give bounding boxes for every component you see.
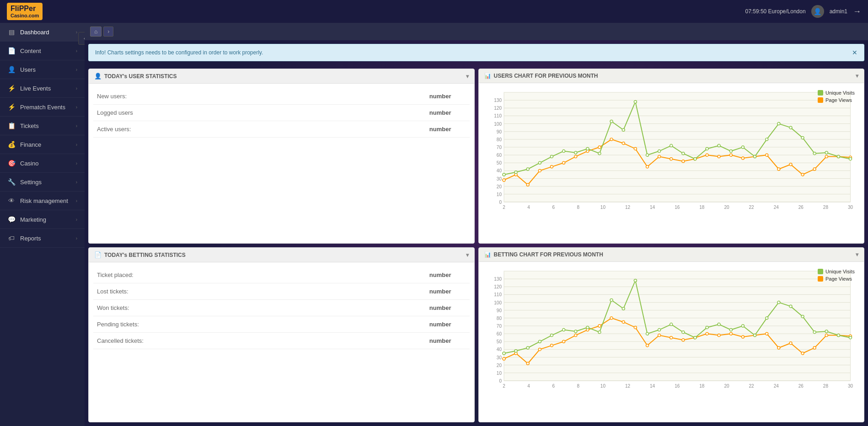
breadcrumb-next[interactable]: ›: [103, 27, 113, 37]
betting-stats-row: Cancelled tickets:number: [93, 333, 470, 349]
logout-button[interactable]: →: [853, 7, 861, 16]
betting-chart-header: 📊 BETTING CHART FOR PREVIOUS MONTH ▾: [479, 248, 864, 262]
legend-unique-visits-label: Unique Visits: [825, 90, 855, 96]
sidebar-item-settings[interactable]: 🔧 Settings ›: [0, 173, 85, 192]
users-chart-icon: 📊: [484, 73, 491, 79]
svg-text:26: 26: [798, 383, 804, 389]
info-text: Info! Charts settings needs to be config…: [95, 49, 263, 56]
breadcrumb-bar: ⌂ ›: [85, 23, 868, 40]
betting-legend-unique-visits-label: Unique Visits: [825, 269, 855, 274]
svg-text:6: 6: [552, 383, 555, 389]
nav-label-tickets: Tickets: [20, 122, 39, 129]
header-right: 07:59:50 Europe/London 👤 admin1 →: [745, 5, 861, 18]
sidebar-item-reports[interactable]: 🏷 Reports ›: [0, 229, 85, 248]
user-stats-value: number: [280, 105, 469, 121]
nav-arrow-casino: ›: [76, 161, 77, 166]
svg-point-89: [681, 152, 684, 155]
sidebar-item-tickets[interactable]: 📋 Tickets ›: [0, 117, 85, 135]
user-avatar: 👤: [811, 5, 824, 18]
svg-point-186: [598, 331, 600, 334]
svg-text:16: 16: [675, 205, 680, 210]
svg-text:8: 8: [577, 205, 579, 210]
betting-chart-svg: 0102030405060708090100110120130246810121…: [483, 266, 860, 394]
breadcrumb-home[interactable]: ⌂: [90, 27, 102, 37]
betting-stats-value: number: [301, 316, 469, 333]
nav-label-live-events: Live Events: [20, 85, 51, 92]
sidebar-item-prematch-events[interactable]: ⚡ Prematch Events ›: [0, 98, 85, 117]
svg-point-56: [646, 165, 648, 168]
user-stats-chevron[interactable]: ▾: [466, 73, 469, 80]
sidebar-item-live-events[interactable]: ⚡ Live Events ›: [0, 79, 85, 98]
svg-text:90: 90: [496, 129, 502, 134]
betting-stats-row: Won tickets:number: [93, 300, 470, 316]
svg-text:26: 26: [798, 205, 804, 210]
svg-text:50: 50: [496, 339, 502, 344]
user-stats-row: Logged usersnumber: [93, 105, 470, 121]
user-stats-label: Active users:: [93, 121, 280, 138]
svg-text:22: 22: [749, 383, 754, 389]
sidebar-item-finance[interactable]: 💰 Finance ›: [0, 135, 85, 154]
svg-text:6: 6: [552, 205, 555, 210]
nav-label-prematch-events: Prematch Events: [20, 104, 65, 111]
betting-stats-chevron[interactable]: ▾: [466, 252, 469, 258]
nav-arrow-settings: ›: [76, 180, 77, 185]
svg-point-62: [718, 155, 720, 158]
sidebar-item-content[interactable]: 📄 Content ›: [0, 42, 85, 60]
users-chart-chevron[interactable]: ▾: [856, 73, 858, 79]
betting-chart-panel: 📊 BETTING CHART FOR PREVIOUS MONTH ▾ Uni…: [478, 247, 865, 422]
betting-legend-unique-visits-dot: [818, 269, 823, 274]
sidebar-toggle[interactable]: ‹: [78, 32, 85, 45]
betting-stats-panel: 📄 TODAY's BETTING STATISTICS ▾ Ticket pl…: [88, 247, 475, 422]
sidebar-item-users[interactable]: 👤 Users ›: [0, 60, 85, 79]
svg-text:0: 0: [499, 200, 502, 205]
user-stats-value: number: [280, 121, 469, 138]
nav-label-content: Content: [20, 48, 41, 54]
svg-point-159: [634, 326, 637, 329]
svg-point-44: [502, 179, 505, 181]
svg-point-174: [813, 346, 816, 349]
svg-point-79: [562, 150, 565, 153]
svg-point-193: [681, 331, 684, 334]
info-banner-close[interactable]: ✕: [852, 49, 857, 56]
svg-point-163: [681, 339, 684, 341]
svg-text:2: 2: [503, 383, 505, 389]
sidebar-item-casino[interactable]: 🎯 Casino ›: [0, 154, 85, 173]
svg-text:28: 28: [823, 205, 828, 210]
nav-arrow-marketing: ›: [76, 217, 77, 222]
svg-point-153: [562, 340, 565, 343]
svg-point-80: [574, 151, 577, 154]
legend-page-views-label: Page Views: [825, 97, 852, 103]
nav-icon-live-events: ⚡: [7, 85, 16, 92]
svg-point-47: [538, 169, 541, 172]
legend-page-views-dot: [818, 97, 823, 103]
svg-point-187: [610, 298, 613, 301]
svg-text:0: 0: [499, 378, 502, 383]
svg-point-86: [646, 154, 648, 156]
svg-text:20: 20: [724, 205, 729, 210]
sidebar-item-marketing[interactable]: 💬 Marketing ›: [0, 210, 85, 229]
svg-point-154: [574, 334, 577, 337]
svg-point-184: [574, 330, 577, 333]
svg-text:20: 20: [496, 184, 502, 189]
betting-chart-chevron[interactable]: ▾: [856, 251, 858, 258]
svg-text:12: 12: [625, 205, 630, 210]
svg-point-76: [526, 168, 529, 170]
user-stats-row: Active users:number: [93, 121, 470, 138]
user-stats-value: number: [280, 88, 469, 105]
svg-text:10: 10: [600, 383, 605, 389]
logo: FliPPer Casino.com: [7, 3, 43, 20]
sidebar-item-risk-management[interactable]: 👁 Risk management ›: [0, 192, 85, 210]
svg-point-173: [801, 352, 804, 355]
sidebar-item-dashboard[interactable]: ▤ Dashboard ›: [0, 23, 85, 42]
svg-point-50: [574, 155, 577, 158]
svg-text:22: 22: [749, 205, 754, 210]
svg-text:40: 40: [496, 347, 502, 352]
svg-point-201: [777, 301, 780, 304]
user-stats-row: New users:number: [93, 88, 470, 105]
svg-point-97: [777, 122, 780, 125]
svg-point-191: [658, 329, 660, 331]
svg-point-58: [670, 158, 672, 160]
svg-text:30: 30: [847, 205, 853, 210]
svg-point-53: [610, 138, 613, 141]
main-layout: ‹ ▤ Dashboard › 📄 Content › 👤 Users › ⚡ …: [0, 23, 868, 426]
